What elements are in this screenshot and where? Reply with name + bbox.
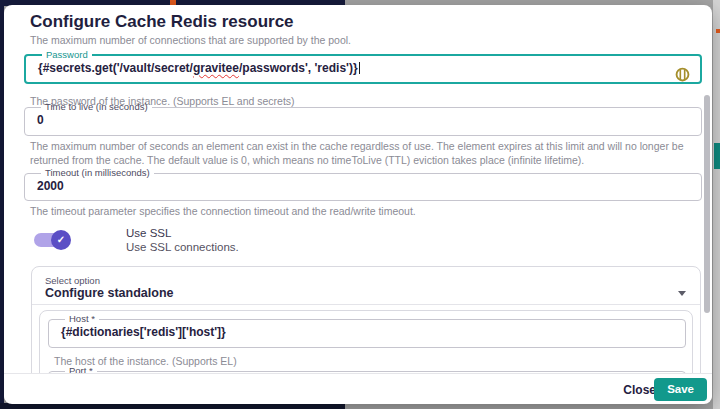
secret-el-icon[interactable] bbox=[675, 67, 690, 82]
screen: Configure Cache Redis resource The maxim… bbox=[0, 0, 720, 409]
save-button[interactable]: Save bbox=[654, 378, 707, 401]
ttl-label: Time to live (in seconds) bbox=[41, 102, 152, 112]
standalone-config-card: Host * {#dictionaries['redis']['host']} … bbox=[39, 310, 693, 373]
use-ssl-title: Use SSL bbox=[126, 227, 171, 239]
text-cursor bbox=[359, 62, 360, 74]
configure-cache-redis-dialog: Configure Cache Redis resource The maxim… bbox=[4, 5, 712, 403]
host-field[interactable]: Host * {#dictionaries['redis']['host']} bbox=[48, 314, 686, 348]
ttl-value[interactable]: 0 bbox=[37, 113, 689, 127]
use-ssl-toggle[interactable]: ✓ bbox=[34, 233, 68, 247]
mode-select[interactable]: Configure standalone bbox=[45, 286, 173, 300]
redis-mode-card: Select option Configure standalone Host … bbox=[31, 266, 701, 373]
background-orange-dot bbox=[716, 29, 720, 33]
port-label: Port * bbox=[65, 366, 97, 373]
chevron-down-icon[interactable] bbox=[678, 291, 686, 296]
background-teal-button-fragment bbox=[714, 143, 720, 169]
toggle-check-icon: ✓ bbox=[51, 230, 71, 250]
ttl-helper-text: The maximum number of seconds an element… bbox=[30, 139, 692, 167]
dialog-scroll-area[interactable]: The maximum number of connections that a… bbox=[4, 33, 712, 373]
divider bbox=[32, 304, 700, 305]
host-label: Host * bbox=[65, 314, 99, 324]
dialog-footer: Close Save bbox=[4, 373, 712, 404]
port-field[interactable]: Port * bbox=[48, 366, 686, 373]
use-ssl-description: Use SSL connections. bbox=[126, 241, 239, 253]
dialog-title: Configure Cache Redis resource bbox=[30, 12, 294, 32]
timeout-label: Timeout (in milliseconds) bbox=[41, 168, 154, 178]
password-field[interactable]: Password {#secrets.get('/vault/secret/gr… bbox=[24, 50, 702, 84]
host-value[interactable]: {#dictionaries['redis']['host']} bbox=[61, 325, 673, 339]
password-label: Password bbox=[42, 50, 92, 60]
timeout-helper-text: The timeout parameter specifies the conn… bbox=[30, 204, 670, 218]
ttl-field[interactable]: Time to live (in seconds) 0 bbox=[24, 102, 702, 136]
pool-helper-text: The maximum number of connections that a… bbox=[30, 33, 670, 47]
vertical-scrollbar[interactable] bbox=[704, 95, 710, 313]
mode-select-label: Select option bbox=[45, 275, 100, 286]
background-right-edge bbox=[713, 0, 720, 409]
password-value[interactable]: {#secrets.get('/vault/secret/gravitee/pa… bbox=[38, 61, 688, 75]
timeout-field[interactable]: Timeout (in milliseconds) 2000 bbox=[24, 168, 702, 201]
timeout-value[interactable]: 2000 bbox=[37, 179, 689, 193]
